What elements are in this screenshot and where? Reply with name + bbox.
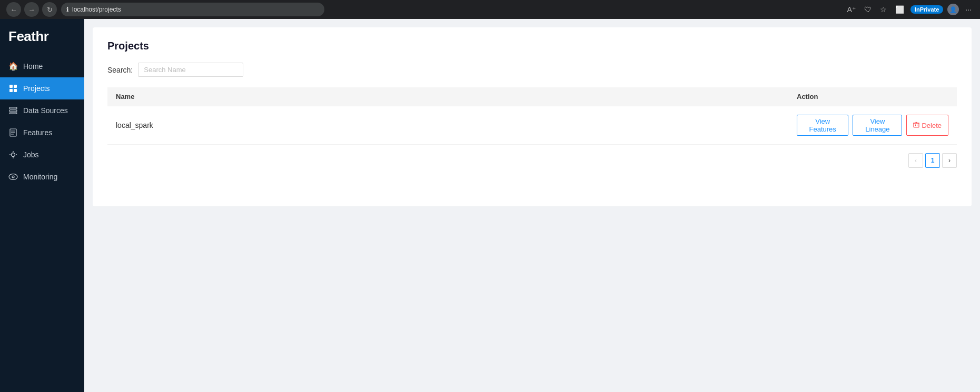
project-name: local_spark [107, 106, 788, 145]
app-logo: Feathr [0, 19, 84, 55]
reload-button[interactable]: ↻ [42, 2, 57, 17]
back-button[interactable]: ← [6, 2, 21, 17]
svg-rect-1 [14, 85, 17, 88]
data-sources-icon [8, 106, 18, 115]
prev-page-button[interactable]: ‹ [908, 153, 923, 168]
monitoring-icon [8, 172, 18, 182]
table-header: Name Action [107, 87, 957, 106]
svg-rect-4 [9, 107, 17, 109]
search-input[interactable] [138, 63, 243, 77]
sidebar-label-features: Features [23, 128, 52, 137]
column-name: Name [107, 87, 788, 106]
view-features-button[interactable]: View Features [797, 115, 848, 136]
svg-rect-6 [9, 113, 17, 114]
app-container: Feathr 🏠 Home Projects [0, 19, 980, 392]
svg-rect-14 [914, 123, 919, 127]
table-body: local_spark View Features View Lineage [107, 106, 957, 145]
sidebar-label-data-sources: Data Sources [23, 106, 68, 115]
pagination: ‹ 1 › [107, 153, 957, 168]
svg-point-11 [12, 153, 15, 157]
delete-label: Delete [922, 122, 942, 129]
page-title: Projects [107, 40, 957, 52]
sidebar-label-monitoring: Monitoring [23, 173, 57, 181]
sidebar-label-projects: Projects [23, 84, 50, 93]
next-page-button[interactable]: › [942, 153, 957, 168]
sidebar-item-features[interactable]: Features [0, 122, 84, 144]
browser-controls: ← → ↻ [6, 2, 57, 17]
delete-icon [913, 122, 919, 129]
sidebar-label-jobs: Jobs [23, 150, 39, 159]
screenshot-button[interactable]: ⬜ [893, 3, 906, 16]
delete-button[interactable]: Delete [906, 115, 948, 136]
current-page-button[interactable]: 1 [925, 153, 940, 168]
sidebar-item-home[interactable]: 🏠 Home [0, 55, 84, 77]
shield-button[interactable]: 🛡 [862, 3, 874, 16]
view-lineage-button[interactable]: View Lineage [853, 115, 902, 136]
projects-icon [8, 84, 18, 93]
main-content: Projects Search: Name Action local_spark [84, 19, 980, 392]
profile-avatar[interactable]: 👤 [947, 4, 959, 15]
table-row: local_spark View Features View Lineage [107, 106, 957, 145]
sidebar-nav: 🏠 Home Projects [0, 55, 84, 188]
sidebar-label-home: Home [23, 62, 43, 71]
search-row: Search: [107, 63, 957, 77]
svg-rect-5 [9, 110, 17, 112]
menu-button[interactable]: ··· [963, 3, 974, 16]
projects-table: Name Action local_spark View Features Vi… [107, 87, 957, 145]
jobs-icon [8, 150, 18, 159]
address-bar[interactable]: ℹ localhost/projects [61, 3, 324, 16]
security-icon: ℹ [66, 6, 69, 13]
svg-rect-2 [9, 89, 13, 92]
sidebar-item-projects[interactable]: Projects [0, 77, 84, 99]
features-icon [8, 128, 18, 137]
sidebar-item-jobs[interactable]: Jobs [0, 144, 84, 166]
inprivate-badge: InPrivate [910, 5, 943, 14]
forward-button[interactable]: → [24, 2, 39, 17]
svg-rect-0 [9, 85, 13, 88]
search-label: Search: [107, 66, 133, 74]
favorites-button[interactable]: ☆ [878, 3, 889, 16]
svg-point-12 [9, 174, 17, 180]
column-action: Action [788, 87, 957, 106]
home-icon: 🏠 [8, 62, 18, 71]
action-buttons: View Features View Lineage [797, 115, 948, 136]
read-aloud-button[interactable]: A⁺ [845, 3, 858, 16]
sidebar-item-data-sources[interactable]: Data Sources [0, 99, 84, 122]
sidebar: Feathr 🏠 Home Projects [0, 19, 84, 392]
action-cell: View Features View Lineage [788, 106, 957, 145]
url-text: localhost/projects [72, 6, 121, 13]
svg-point-13 [12, 176, 14, 178]
svg-rect-3 [14, 89, 17, 92]
browser-actions: A⁺ 🛡 ☆ ⬜ InPrivate 👤 ··· [845, 3, 974, 16]
sidebar-item-monitoring[interactable]: Monitoring [0, 166, 84, 188]
browser-chrome: ← → ↻ ℹ localhost/projects A⁺ 🛡 ☆ ⬜ InPr… [0, 0, 980, 19]
content-panel: Projects Search: Name Action local_spark [93, 27, 972, 206]
